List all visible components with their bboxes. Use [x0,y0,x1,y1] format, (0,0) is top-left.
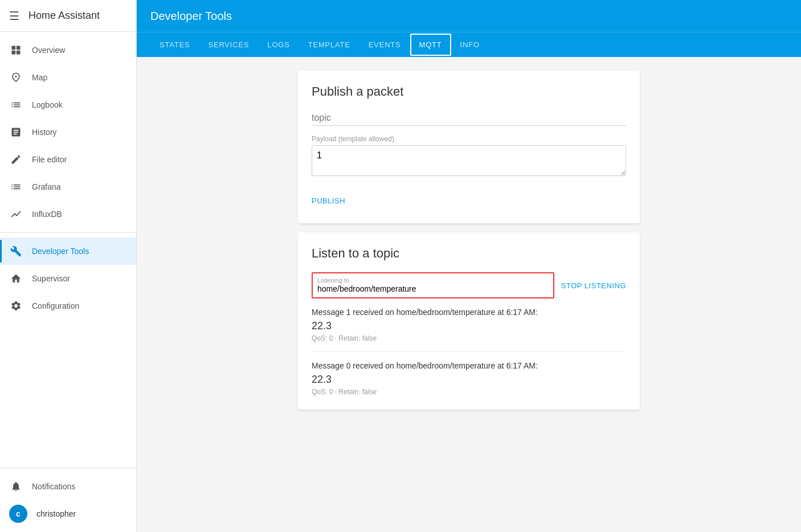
listen-card-title: Listen to a topic [312,246,626,261]
publish-button[interactable]: PUBLISH [312,192,345,210]
message-0-value: 22.3 [312,374,626,386]
publish-card: Publish a packet Payload (template allow… [298,71,640,223]
menu-icon[interactable]: ☰ [9,9,19,23]
sidebar-item-supervisor[interactable]: Supervisor [0,265,136,292]
topbar: Developer Tools [137,0,801,32]
sidebar-item-notifications[interactable]: Notifications [0,473,136,500]
grafana-label: Grafana [32,182,61,191]
sidebar-item-overview[interactable]: Overview [0,36,136,64]
sidebar-item-file-editor[interactable]: File editor [0,146,136,173]
sidebar-item-influxdb[interactable]: InfluxDB [0,200,136,228]
user-name: christopher [36,509,76,518]
main-content: Developer Tools STATES SERVICES LOGS TEM… [137,0,801,532]
tab-events[interactable]: EVENTS [359,32,410,57]
tab-template[interactable]: TEMPLATE [299,32,359,57]
sidebar-item-map[interactable]: Map [0,64,136,91]
configuration-label: Configuration [32,301,79,310]
payload-field-group: Payload (template allowed) 1 [312,135,626,178]
file-editor-icon [9,153,23,166]
tab-logs[interactable]: LOGS [258,32,299,57]
payload-label: Payload (template allowed) [312,135,626,143]
topic-input[interactable] [312,111,626,126]
content-area: Publish a packet Payload (template allow… [137,57,801,532]
listen-topic-input[interactable] [317,284,549,293]
topic-field-group [312,111,626,126]
publish-card-title: Publish a packet [312,84,626,99]
map-label: Map [32,73,47,82]
tab-services[interactable]: SERVICES [199,32,258,57]
sidebar-item-developer-tools[interactable]: Developer Tools [0,238,136,265]
listen-input-row: Listening to STOP LISTENING [312,272,626,298]
listen-input-wrapper: Listening to [312,272,554,298]
history-icon [9,125,23,139]
sidebar: ☰ Home Assistant Overview Map Logbook [0,0,137,532]
supervisor-label: Supervisor [32,274,70,283]
listen-card: Listen to a topic Listening to STOP LIST… [298,232,640,410]
avatar: c [9,505,27,523]
user-initial: c [16,509,21,518]
grafana-icon [9,180,23,194]
message-0-header: Message 0 received on home/bedroom/tempe… [312,361,626,370]
configuration-icon [9,299,23,313]
supervisor-icon [9,272,23,285]
logbook-label: Logbook [32,100,63,109]
overview-label: Overview [32,46,65,55]
stop-listening-button[interactable]: STOP LISTENING [561,281,626,290]
file-editor-label: File editor [32,155,67,164]
influxdb-icon [9,207,23,221]
sidebar-item-configuration[interactable]: Configuration [0,292,136,320]
developer-tools-label: Developer Tools [32,247,89,256]
sidebar-header: ☰ Home Assistant [0,0,136,32]
sidebar-item-logbook[interactable]: Logbook [0,91,136,118]
payload-textarea[interactable]: 1 [312,145,626,176]
sidebar-user[interactable]: c christopher [0,500,136,527]
message-1-value: 22.3 [312,320,626,332]
sidebar-item-grafana[interactable]: Grafana [0,173,136,200]
sidebar-nav: Overview Map Logbook History File editor [0,32,136,468]
message-1-header: Message 1 received on home/bedroom/tempe… [312,308,626,317]
message-block-1: Message 1 received on home/bedroom/tempe… [312,308,626,352]
overview-icon [9,43,23,57]
message-0-meta: QoS: 0 · Retain: false [312,388,626,396]
sidebar-item-history[interactable]: History [0,118,136,146]
notifications-icon [9,480,23,493]
tab-mqtt[interactable]: MQTT [410,34,451,56]
tabbar: STATES SERVICES LOGS TEMPLATE EVENTS MQT… [137,32,801,57]
tab-info[interactable]: INFO [451,32,489,57]
topbar-title: Developer Tools [150,10,232,23]
app-title: Home Assistant [28,10,100,22]
sidebar-bottom: Notifications c christopher [0,468,136,532]
sidebar-divider [0,232,136,233]
history-label: History [32,128,57,137]
notifications-label: Notifications [32,482,75,491]
tab-states[interactable]: STATES [150,32,199,57]
logbook-icon [9,98,23,112]
message-block-0: Message 0 received on home/bedroom/tempe… [312,361,626,396]
developer-tools-icon [9,244,23,258]
map-icon [9,71,23,84]
message-1-meta: QoS: 0 · Retain: false [312,334,626,342]
influxdb-label: InfluxDB [32,210,62,219]
listen-label: Listening to [317,277,549,284]
